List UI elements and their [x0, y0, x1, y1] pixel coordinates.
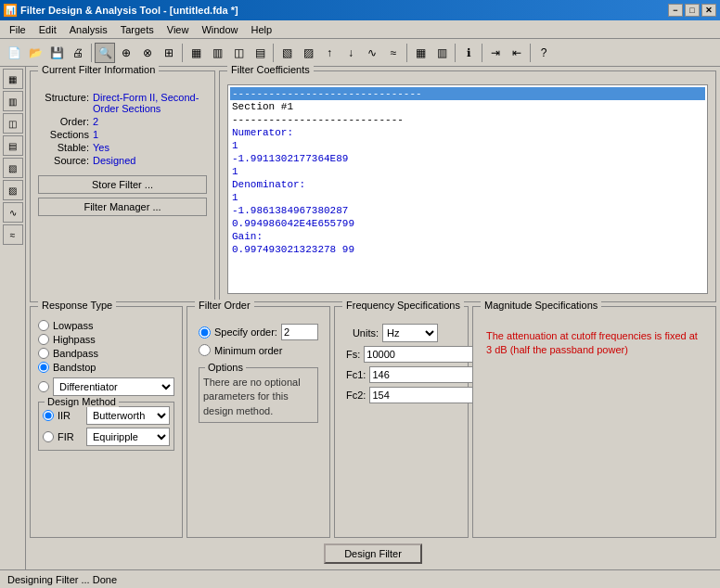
spec-icon4[interactable]: ▥ — [431, 43, 452, 63]
design-filter-button[interactable]: Design Filter — [324, 543, 422, 564]
filter-manager-button[interactable]: Filter Manager ... — [38, 198, 207, 216]
arrow-up-icon[interactable]: ↑ — [319, 43, 340, 63]
differentiator-row: Differentiator — [38, 377, 174, 396]
sidebar-icon-2[interactable]: ▥ — [3, 91, 23, 111]
order-label: Order: — [38, 116, 89, 127]
source-value: Designed — [93, 155, 207, 166]
menu-file[interactable]: File — [4, 23, 32, 36]
iir-row: IIR Butterworth Chebyshev I Chebyshev II… — [43, 406, 170, 425]
iir-method-select[interactable]: Butterworth Chebyshev I Chebyshev II Ell… — [86, 406, 170, 425]
arrow-down-icon[interactable]: ↓ — [341, 43, 361, 63]
bandstop-row: Bandstop — [38, 362, 174, 373]
fir-radio[interactable] — [43, 431, 54, 442]
close-button[interactable]: ✕ — [701, 4, 716, 17]
export-icon1[interactable]: ⇥ — [485, 43, 506, 63]
bandstop-radio[interactable] — [38, 362, 49, 373]
panel-buttons: Store Filter ... Filter Manager ... — [38, 175, 207, 216]
mag-spec-text: The attenuation at cutoff frequencies is… — [486, 329, 702, 358]
zoom-icon3[interactable]: ⊗ — [137, 43, 158, 63]
sidebar-icon-4[interactable]: ▤ — [3, 135, 23, 156]
specify-order-radio[interactable] — [199, 326, 211, 339]
design-filter-row: Design Filter — [30, 542, 716, 566]
lowpass-label: Lowpass — [53, 320, 93, 331]
info-icon[interactable]: ℹ — [458, 43, 479, 63]
coeff-display[interactable]: ------------------------------- Section … — [227, 84, 708, 294]
coeff-den-3: 0.994986042E4E655799 — [230, 217, 705, 230]
status-text: Designing Filter ... Done — [7, 574, 117, 585]
spec-icon1[interactable]: ▧ — [276, 43, 297, 63]
filter-coeff-title: Filter Coefficients — [227, 64, 314, 75]
zoom-icon4[interactable]: ⊞ — [159, 43, 179, 63]
store-filter-button[interactable]: Store Filter ... — [38, 175, 207, 194]
menu-edit[interactable]: Edit — [33, 23, 62, 36]
view-icon3[interactable]: ◫ — [228, 43, 249, 63]
coeff-num-2: -1.9911302177364E89 — [230, 152, 705, 165]
wave-icon2[interactable]: ≈ — [383, 43, 404, 63]
view-icon2[interactable]: ▥ — [207, 43, 227, 63]
coeff-num-1: 1 — [230, 139, 705, 152]
bandpass-radio[interactable] — [38, 348, 49, 359]
fir-method-select[interactable]: Equiripple Window Least Squares — [86, 428, 170, 446]
bandstop-label: Bandstop — [53, 362, 96, 373]
specify-order-input[interactable] — [281, 324, 318, 340]
view-icon1[interactable]: ▦ — [186, 43, 206, 63]
iir-label: IIR — [58, 410, 83, 421]
save-icon[interactable]: 💾 — [46, 43, 67, 63]
sidebar-icon-3[interactable]: ◫ — [3, 113, 23, 134]
sidebar-icon-8[interactable]: ≈ — [3, 224, 23, 245]
differentiator-select[interactable]: Differentiator — [53, 377, 174, 396]
menu-targets[interactable]: Targets — [115, 23, 160, 36]
lowpass-radio[interactable] — [38, 320, 49, 331]
specify-order-label: Specify order: — [214, 326, 277, 338]
min-order-radio[interactable] — [199, 344, 211, 356]
title-bar: 📊 Filter Design & Analysis Tool - [untit… — [0, 0, 720, 20]
toolbar-sep-2 — [182, 44, 183, 62]
view-icon4[interactable]: ▤ — [250, 43, 270, 63]
menu-help[interactable]: Help — [246, 23, 278, 36]
min-order-label: Minimum order — [214, 345, 282, 356]
frequency-specs-panel: Frequency Specifications Units: Hz kHz M… — [334, 306, 469, 538]
units-select[interactable]: Hz kHz MHz Normalized — [382, 324, 438, 342]
source-row: Source: Designed — [38, 155, 207, 166]
sidebar-icon-7[interactable]: ∿ — [3, 202, 23, 223]
zoom-icon2[interactable]: ⊕ — [116, 43, 136, 63]
title-bar-left: 📊 Filter Design & Analysis Tool - [untit… — [4, 4, 238, 17]
menu-view[interactable]: View — [161, 23, 195, 36]
structure-value: Direct-Form II, Second-Order Sections — [93, 92, 207, 114]
toolbar-sep-4 — [406, 44, 407, 62]
bandpass-row: Bandpass — [38, 348, 174, 359]
spec-icon2[interactable]: ▨ — [298, 43, 318, 63]
sidebar-icon-1[interactable]: ▦ — [3, 69, 23, 89]
open-icon[interactable]: 📂 — [25, 43, 45, 63]
units-row: Units: Hz kHz MHz Normalized — [346, 324, 456, 342]
highpass-radio[interactable] — [38, 334, 49, 345]
wave-icon1[interactable]: ∿ — [362, 43, 382, 63]
filter-order-title: Filter Order — [195, 300, 254, 311]
print-icon[interactable]: 🖨 — [68, 43, 88, 63]
filter-info-title: Current Filter Information — [38, 64, 159, 75]
zoom-in-icon[interactable]: 🔍 — [95, 43, 115, 63]
spec-icon3[interactable]: ▦ — [410, 43, 431, 63]
fs-row: Fs: — [346, 346, 456, 363]
help-toolbar-icon[interactable]: ? — [534, 43, 554, 63]
minimize-button[interactable]: − — [668, 4, 683, 17]
menu-analysis[interactable]: Analysis — [64, 23, 113, 36]
magnitude-specs-panel: Magnitude Specifications The attenuation… — [472, 306, 716, 538]
toolbar-sep-6 — [482, 44, 482, 62]
fc2-label: Fc2: — [346, 390, 366, 401]
menu-window[interactable]: Window — [196, 23, 243, 36]
maximize-button[interactable]: □ — [685, 4, 700, 17]
highpass-row: Highpass — [38, 334, 174, 345]
status-bar: Designing Filter ... Done — [0, 569, 720, 588]
export-icon2[interactable]: ⇤ — [507, 43, 527, 63]
app-icon: 📊 — [4, 4, 17, 17]
title-bar-text: Filter Design & Analysis Tool - [untitle… — [20, 5, 238, 16]
fc2-row: Fc2: — [346, 387, 456, 403]
sidebar-icon-6[interactable]: ▨ — [3, 180, 23, 200]
main-content: ▦ ▥ ◫ ▤ ▧ ▨ ∿ ≈ Current Filter Informati… — [0, 67, 720, 569]
sidebar-icon-5[interactable]: ▧ — [3, 158, 23, 178]
min-order-row: Minimum order — [199, 344, 318, 356]
new-icon[interactable]: 📄 — [4, 43, 24, 63]
differentiator-radio[interactable] — [38, 381, 49, 392]
iir-radio[interactable] — [43, 410, 54, 421]
